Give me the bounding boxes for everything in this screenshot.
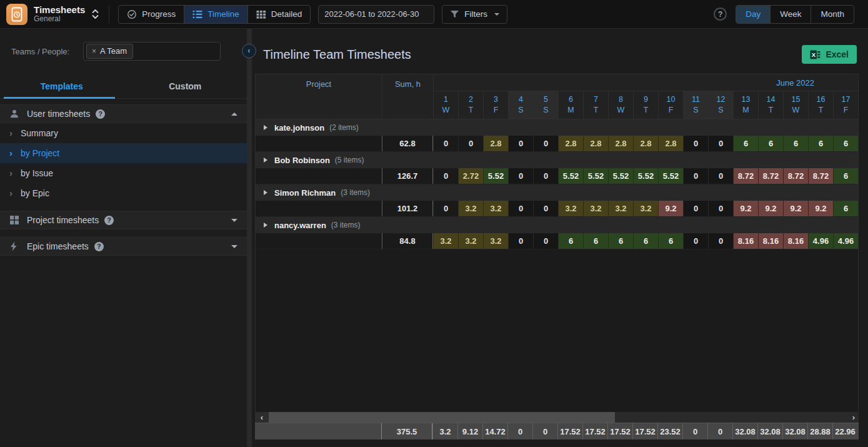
day-header-11: 11S [683, 91, 708, 119]
horizontal-scrollbar[interactable]: ‹ › [255, 412, 859, 423]
timesheets-app-icon[interactable] [6, 4, 27, 25]
table-empty-area [255, 249, 859, 412]
day-cell: 6 [733, 136, 758, 151]
total-day-cell: 0 [682, 423, 707, 439]
day-cell: 8.16 [733, 233, 758, 249]
total-day-cell: 32.08 [782, 423, 807, 439]
day-cell: 9.2 [658, 201, 683, 216]
total-day-cell: 0 [532, 423, 557, 439]
day-cell: 6 [608, 233, 633, 249]
day-cell: 0 [683, 136, 708, 151]
teams-people-input[interactable]: × A Team [83, 42, 221, 61]
sidebar-collapse-button[interactable]: ‹ [242, 44, 256, 58]
excel-label: Excel [826, 49, 849, 59]
chevron-up-icon [231, 113, 237, 116]
zoom-week-button[interactable]: Week [771, 6, 811, 23]
day-cell: 5.52 [608, 168, 633, 184]
scrollbar-track[interactable] [269, 412, 849, 423]
total-day-cell: 22.96 [832, 423, 857, 439]
day-cell: 5.52 [658, 168, 683, 184]
view-switcher: ProgressTimelineDetailed [118, 5, 311, 24]
day-cell: 2.72 [458, 168, 483, 184]
scroll-right-icon[interactable]: › [849, 412, 859, 423]
sidebar-item-by-project[interactable]: ›by Project [0, 143, 247, 163]
remove-tag-icon[interactable]: × [92, 47, 96, 56]
scroll-left-icon[interactable]: ‹ [255, 412, 269, 423]
day-cell: 0 [433, 136, 458, 151]
group-row-kate-johnson[interactable]: kate.johnson(2 items) [256, 119, 858, 136]
day-cell: 9.2 [758, 201, 783, 216]
group-row-nancy-warren[interactable]: nancy.warren(3 items) [256, 217, 858, 233]
scrollbar-thumb[interactable] [269, 412, 615, 423]
day-cell: 0 [683, 233, 708, 249]
day-header-16: 16T [808, 91, 833, 119]
section-user-timesheets[interactable]: User timesheets? [0, 104, 247, 123]
day-cell: 3.2 [558, 201, 583, 216]
tab-templates[interactable]: Templates [0, 76, 124, 98]
topbar-divider [109, 6, 109, 23]
data-row-kate-johnson: 62.8002.8002.82.82.82.82.80066666 [256, 136, 858, 152]
total-day-cell: 32.08 [732, 423, 757, 439]
progress-check-icon [127, 9, 137, 19]
day-header-6: 6M [558, 91, 583, 119]
day-header-7: 7T [583, 91, 608, 119]
panel-divider[interactable]: ‹ [247, 29, 252, 447]
day-cell: 3.2 [483, 233, 508, 249]
detailed-grid-icon [256, 10, 266, 19]
view-progress-button[interactable]: Progress [119, 6, 184, 23]
zoom-month-button[interactable]: Month [811, 6, 854, 23]
project-cell [256, 201, 382, 216]
chevron-down-icon [231, 245, 237, 248]
sidebar-sections: User timesheets?›Summary›by Project›by I… [0, 104, 247, 256]
zoom-switcher: DayWeekMonth [736, 5, 854, 24]
day-cell: 6 [808, 136, 833, 151]
day-cell: 8.72 [808, 168, 833, 184]
app-switcher-sorter-icon[interactable] [92, 9, 99, 19]
excel-export-button[interactable]: X Excel [802, 45, 857, 64]
table-body: kate.johnson(2 items)62.8002.8002.82.82.… [255, 119, 859, 249]
day-cell: 0 [533, 233, 558, 249]
section-project-timesheets[interactable]: Project timesheets? [0, 211, 247, 229]
section-epic-timesheets[interactable]: Epic timesheets? [0, 237, 247, 256]
help-badge-icon[interactable]: ? [96, 109, 105, 119]
day-cell: 0 [683, 168, 708, 184]
total-day-cell: 0 [507, 423, 532, 439]
totals-sum-cell: 375.5 [381, 423, 432, 439]
total-day-cell: 17.52 [557, 423, 582, 439]
help-badge-icon[interactable]: ? [94, 242, 104, 251]
day-header-8: 8W [608, 91, 633, 119]
project-cell [256, 136, 382, 151]
day-header-15: 15W [783, 91, 808, 119]
sidebar-item-by-epic[interactable]: ›by Epic [0, 183, 247, 203]
sum-cell: 62.8 [382, 136, 433, 151]
main-panel: Timeline Team Timesheets X Excel Project [252, 29, 868, 447]
sidebar-item-by-issue[interactable]: ›by Issue [0, 163, 247, 183]
view-detailed-button[interactable]: Detailed [248, 6, 311, 23]
filters-button[interactable]: Filters [442, 5, 507, 24]
help-badge-icon[interactable]: ? [104, 216, 114, 225]
zoom-day-button[interactable]: Day [736, 6, 771, 23]
date-range-input[interactable] [318, 5, 434, 24]
expand-arrow-icon [264, 223, 267, 228]
app-subtitle: General [34, 15, 85, 24]
filter-funnel-icon [450, 10, 459, 19]
day-header-5: 5S [533, 91, 558, 119]
day-cell: 0 [433, 168, 458, 184]
help-button[interactable]: ? [714, 8, 727, 21]
group-row-simon-richman[interactable]: Simon Richman(3 items) [256, 184, 858, 201]
project-cell [256, 233, 382, 249]
sidebar-item-summary[interactable]: ›Summary [0, 123, 247, 143]
day-cell: 3.2 [433, 233, 458, 249]
group-row-bob-robinson[interactable]: Bob Robinson(5 items) [256, 152, 858, 168]
day-cell: 6 [658, 233, 683, 249]
day-cell: 6 [833, 168, 858, 184]
tab-custom[interactable]: Custom [124, 76, 247, 98]
day-cell: 0 [458, 136, 483, 151]
total-day-cell: 17.52 [632, 423, 657, 439]
day-cell: 0 [708, 136, 733, 151]
total-day-cell: 23.52 [657, 423, 682, 439]
view-timeline-button[interactable]: Timeline [184, 6, 248, 23]
day-cell: 8.72 [758, 168, 783, 184]
sidebar-tabs: TemplatesCustom [0, 76, 247, 99]
day-cell: 6 [558, 233, 583, 249]
